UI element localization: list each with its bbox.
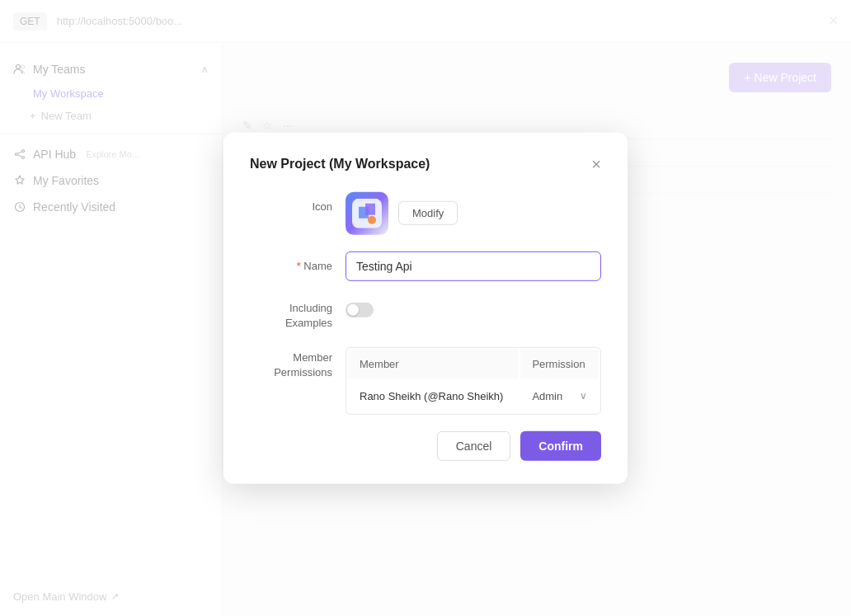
cancel-button[interactable]: Cancel bbox=[437, 431, 511, 461]
svg-point-11 bbox=[368, 215, 376, 223]
name-form-row: Name bbox=[250, 251, 601, 280]
member-permissions-label: MemberPermissions bbox=[250, 347, 332, 380]
name-label: Name bbox=[250, 251, 332, 271]
new-project-modal: New Project (My Workspace) × Icon Modify… bbox=[223, 132, 628, 483]
col-member-header: Member bbox=[348, 350, 519, 379]
toggle-content bbox=[346, 297, 601, 317]
svg-marker-10 bbox=[365, 203, 375, 214]
including-examples-form-row: IncludingExamples bbox=[250, 297, 601, 330]
icon-content: Modify bbox=[346, 191, 601, 234]
name-content bbox=[346, 251, 601, 280]
project-icon-svg bbox=[352, 198, 382, 228]
member-cell: Rano Sheikh (@Rano Sheikh) bbox=[348, 380, 519, 412]
modal-close-icon[interactable]: × bbox=[591, 155, 601, 172]
chevron-down-icon: ∨ bbox=[580, 390, 587, 402]
table-row: Rano Sheikh (@Rano Sheikh) Admin ∨ bbox=[348, 380, 599, 412]
modify-icon-button[interactable]: Modify bbox=[398, 201, 458, 225]
toggle-knob bbox=[347, 303, 359, 315]
including-examples-label: IncludingExamples bbox=[250, 297, 332, 330]
confirm-button[interactable]: Confirm bbox=[520, 431, 601, 461]
icon-area: Modify bbox=[346, 191, 601, 234]
modal-footer: Cancel Confirm bbox=[250, 431, 601, 461]
permissions-table: Member Permission Rano Sheikh (@Rano She… bbox=[346, 347, 601, 415]
modal-title: New Project (My Workspace) bbox=[250, 156, 430, 171]
permission-value: Admin bbox=[532, 390, 562, 402]
permissions-content: Member Permission Rano Sheikh (@Rano She… bbox=[346, 347, 601, 415]
modal-header: New Project (My Workspace) × bbox=[250, 155, 601, 172]
project-icon bbox=[346, 191, 388, 234]
col-permission-header: Permission bbox=[520, 350, 599, 379]
icon-label: Icon bbox=[250, 191, 332, 212]
permissions-table-header: Member Permission bbox=[348, 350, 599, 379]
permission-select[interactable]: Admin ∨ bbox=[532, 390, 587, 402]
member-permissions-form-row: MemberPermissions Member Permission Rano… bbox=[250, 347, 601, 415]
project-name-input[interactable] bbox=[346, 251, 601, 280]
permission-cell[interactable]: Admin ∨ bbox=[520, 380, 599, 412]
including-examples-toggle[interactable] bbox=[346, 302, 374, 317]
icon-form-row: Icon Modify bbox=[250, 191, 601, 234]
